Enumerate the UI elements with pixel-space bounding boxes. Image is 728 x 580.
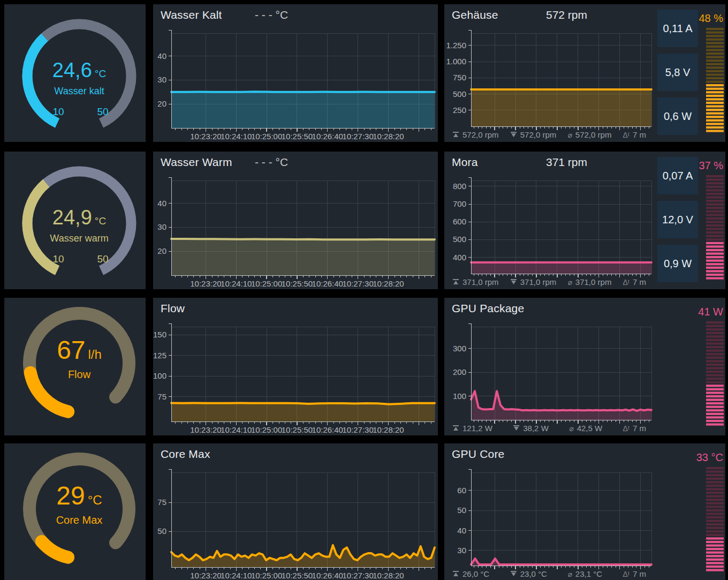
max-icon bbox=[452, 425, 459, 432]
y-tick-label: 40 bbox=[157, 51, 166, 61]
meter-segment bbox=[706, 84, 724, 86]
gauge-max-label: 50 bbox=[94, 106, 112, 118]
stat-timespan: Δᵗ7 m bbox=[623, 424, 646, 433]
meter-segment bbox=[706, 267, 724, 269]
dashboard-row-2: 24,9°CWasser warm105020304010:23:2010:24… bbox=[0, 152, 728, 289]
stat-avg: ⌀23,1 °C bbox=[567, 569, 602, 578]
meter-segment bbox=[706, 471, 724, 473]
meter-segment bbox=[706, 391, 724, 394]
stat-value: 121,2 W bbox=[462, 424, 492, 433]
x-tick-label: 10:27:30 bbox=[342, 425, 373, 434]
y-tick-label: 500 bbox=[453, 89, 466, 99]
x-tick-label: 10:25:00 bbox=[251, 571, 282, 580]
stat-avg: ⌀371,0 rpm bbox=[567, 277, 611, 287]
y-tick-label: 50 bbox=[157, 526, 166, 536]
min-icon bbox=[510, 278, 517, 285]
meter-segment bbox=[706, 175, 724, 177]
meter-segment bbox=[706, 109, 724, 111]
meter-segment bbox=[706, 260, 724, 262]
right-chart-panel: 100200300GPU Package121,2 W38,2 W⌀42,5 W… bbox=[444, 298, 725, 435]
x-tick-label: 10:26:40 bbox=[312, 571, 343, 580]
gauge-unit: °C bbox=[95, 215, 106, 227]
meter-segment bbox=[706, 98, 724, 100]
meter-segment bbox=[706, 492, 724, 494]
meter-segment bbox=[706, 242, 724, 244]
min-icon bbox=[510, 131, 517, 138]
chart-stats: 26,0 °C23,0 °C⌀23,1 °CΔᵗ7 m bbox=[452, 569, 646, 578]
meter-segment bbox=[706, 499, 724, 501]
meter-segment bbox=[706, 335, 724, 337]
meter-segment bbox=[706, 182, 724, 184]
meter-segment bbox=[706, 186, 724, 188]
meter-value-label: 33 °C bbox=[696, 451, 723, 464]
meter-segment bbox=[706, 73, 724, 76]
meter-segment bbox=[706, 350, 724, 352]
x-tick-label: 10:23:20 bbox=[190, 571, 221, 580]
meter-segment bbox=[706, 207, 724, 209]
timespan-icon: Δᵗ bbox=[623, 424, 630, 433]
y-tick-label: 750 bbox=[453, 73, 466, 82]
meter-segment bbox=[706, 179, 724, 181]
meter-segment bbox=[706, 77, 724, 79]
stat-min: 371,0 rpm bbox=[510, 277, 557, 287]
meter-segment bbox=[706, 112, 724, 115]
gauge-value-number: 29 bbox=[56, 481, 85, 510]
value-box: 0,9 W bbox=[657, 245, 698, 282]
meter-segment bbox=[706, 274, 724, 276]
gauge-label: Core Max bbox=[4, 514, 146, 526]
stat-avg: ⌀572,0 rpm bbox=[567, 130, 611, 139]
x-tick-label: 10:28:20 bbox=[373, 571, 404, 580]
meter-segment bbox=[706, 217, 724, 220]
x-tick-label: 10:26:40 bbox=[312, 279, 343, 288]
meter-segment bbox=[706, 555, 724, 557]
chart-canvas: 7510012515010:23:2010:24:1010:25:0010:25… bbox=[153, 298, 438, 435]
meter-segment bbox=[706, 116, 724, 118]
gauge-value: 67l/h bbox=[4, 335, 146, 365]
avg-icon: ⌀ bbox=[567, 131, 572, 139]
meter-segment bbox=[706, 221, 724, 223]
meter-segment bbox=[706, 388, 724, 390]
meter-segment bbox=[706, 513, 724, 515]
meter-segment bbox=[706, 420, 724, 422]
gauge-unit: l/h bbox=[88, 347, 102, 361]
mid-chart-panel: 7510012515010:23:2010:24:1010:25:0010:25… bbox=[153, 298, 438, 435]
x-tick-label: 10:27:30 bbox=[342, 279, 373, 288]
gauge-value: 24,9°C bbox=[4, 206, 146, 229]
level-meter bbox=[706, 467, 724, 573]
timespan-icon: Δᵗ bbox=[623, 131, 630, 139]
y-tick-label: 200 bbox=[453, 367, 466, 376]
meter-segment bbox=[706, 423, 724, 425]
min-icon bbox=[513, 425, 520, 432]
meter-segment bbox=[706, 70, 724, 72]
y-tick-label: 100 bbox=[453, 391, 466, 401]
meter-segment bbox=[706, 63, 724, 65]
series-area bbox=[471, 262, 651, 274]
x-tick-label: 10:24:10 bbox=[221, 571, 252, 580]
chart-title: GPU Package bbox=[452, 302, 524, 315]
meter-segment bbox=[706, 32, 724, 34]
meter-segment bbox=[706, 189, 724, 191]
level-meter bbox=[706, 175, 724, 281]
y-tick-label: 600 bbox=[453, 217, 466, 226]
x-tick-label: 10:26:40 bbox=[312, 132, 343, 141]
mid-chart-panel: 20304010:23:2010:24:1010:25:0010:25:5010… bbox=[153, 4, 438, 142]
y-tick-label: 400 bbox=[453, 253, 466, 262]
meter-segment bbox=[706, 56, 724, 58]
gauge-value-number: 24,9 bbox=[52, 206, 92, 229]
stat-max: 26,0 °C bbox=[452, 569, 489, 578]
meter-segment bbox=[706, 46, 724, 48]
meter-segment bbox=[706, 339, 724, 341]
meter-segment bbox=[706, 413, 724, 415]
meter-segment bbox=[706, 66, 724, 69]
meter-segment bbox=[706, 398, 724, 401]
meter-segment bbox=[706, 562, 724, 564]
y-tick-label: 60 bbox=[457, 486, 466, 495]
y-tick-label: 1.250 bbox=[446, 41, 466, 50]
meter-segment bbox=[706, 200, 724, 202]
avg-icon: ⌀ bbox=[567, 570, 572, 578]
meter-segment bbox=[706, 569, 724, 571]
chart-canvas: 30405060 bbox=[444, 443, 725, 580]
meter-segment bbox=[706, 193, 724, 195]
y-tick-label: 125 bbox=[153, 351, 166, 360]
stat-max: 371,0 rpm bbox=[452, 277, 499, 287]
